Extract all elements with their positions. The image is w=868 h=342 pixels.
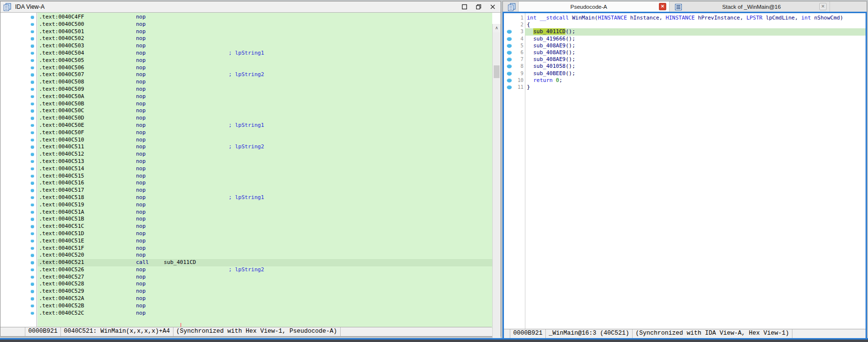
asm-mnemonic: nop <box>136 57 164 64</box>
instruction-dot-icon <box>0 238 37 245</box>
pseudocode-icon <box>508 3 516 11</box>
asm-comment: ; lpString1 <box>229 50 264 56</box>
instruction-dot-icon <box>0 64 37 72</box>
asm-row[interactable]: .text:0040C501nop <box>38 28 492 36</box>
code-token-pc: , <box>659 15 666 21</box>
asm-row[interactable]: .text:0040C521callsub_4011CD <box>38 259 492 266</box>
line-number: 3 <box>515 28 525 35</box>
asm-address: .text:0040C52A <box>39 295 136 302</box>
asm-row[interactable]: .text:0040C520nop <box>38 252 492 259</box>
asm-row[interactable]: .text:0040C52Anop <box>38 295 492 302</box>
asm-row[interactable]: .text:0040C515nop <box>38 173 492 180</box>
restore-button[interactable] <box>476 4 482 10</box>
code-line[interactable]: 7 sub_408AE9(); <box>504 56 866 63</box>
ida-view-titlebar: IDA View-A <box>0 1 501 13</box>
asm-row[interactable]: .text:0040C50Cnop <box>38 107 492 115</box>
close-button[interactable] <box>490 4 496 10</box>
pseudocode-listing[interactable]: 1int __stdcall WinMain(HINSTANCE hInstan… <box>504 13 866 91</box>
maximize-button[interactable] <box>462 4 467 10</box>
asm-mnemonic: nop <box>136 71 164 79</box>
code-line[interactable]: 5 sub_408AE9(); <box>504 42 866 49</box>
code-gutter: 9 <box>504 70 525 77</box>
code-line[interactable]: 4 sub_419666(); <box>504 36 866 42</box>
asm-row[interactable]: .text:0040C50Enop; lpString1 <box>38 122 492 129</box>
code-token-pc <box>527 42 533 49</box>
asm-row[interactable]: .text:0040C51Bnop <box>38 216 492 223</box>
asm-row[interactable]: .text:0040C507nop; lpString2 <box>38 71 492 79</box>
asm-row[interactable]: .text:0040C527nop <box>38 274 492 281</box>
asm-row[interactable]: .text:0040C516nop <box>38 180 492 187</box>
code-text: return 0; <box>525 77 866 84</box>
code-line[interactable]: 2{ <box>504 21 866 28</box>
status-cell: 0000B921 <box>25 327 61 336</box>
asm-row[interactable]: .text:0040C519nop <box>38 201 492 209</box>
asm-mnemonic: nop <box>136 122 164 129</box>
asm-row[interactable]: .text:0040C502nop <box>38 35 492 42</box>
asm-mnemonic: nop <box>136 35 164 42</box>
asm-row[interactable]: .text:0040C50Anop <box>38 93 492 101</box>
asm-address: .text:0040C51A <box>39 209 136 216</box>
instruction-dot-icon <box>0 107 37 115</box>
code-gutter: 1 <box>504 15 525 21</box>
asm-mnemonic: nop <box>136 79 164 86</box>
code-token-id: hPrevInstance <box>698 15 740 21</box>
code-line[interactable]: 9 sub_40BEE0(); <box>504 70 866 77</box>
asm-row[interactable]: .text:0040C506nop <box>38 64 492 72</box>
asm-row[interactable]: .text:0040C510nop <box>38 137 492 144</box>
disassembly-listing[interactable]: .text:0040C4FFnop.text:0040C500nop.text:… <box>38 13 492 328</box>
asm-row[interactable]: .text:0040C52Cnop <box>38 310 492 317</box>
code-token-pc: (); <box>565 42 575 49</box>
asm-row[interactable]: .text:0040C51Dnop <box>38 230 492 238</box>
asm-row[interactable]: .text:0040C503nop <box>38 42 492 50</box>
disassembly-view: .text:0040C4FFnop.text:0040C500nop.text:… <box>0 13 501 328</box>
code-line[interactable]: 1int __stdcall WinMain(HINSTANCE hInstan… <box>504 15 866 21</box>
instruction-dot-icon <box>0 35 37 42</box>
asm-row[interactable]: .text:0040C50Bnop <box>38 101 492 108</box>
asm-address: .text:0040C51B <box>39 216 136 223</box>
code-line[interactable]: 10 return 0; <box>504 77 866 84</box>
code-line[interactable]: 3 sub_4011CD(); <box>504 28 866 35</box>
asm-row[interactable]: .text:0040C51Cnop <box>38 223 492 230</box>
ida-view-icon <box>3 3 12 11</box>
scroll-up-arrow[interactable]: ∧ <box>493 24 501 32</box>
asm-address: .text:0040C52B <box>39 302 136 310</box>
asm-row[interactable]: .text:0040C50Dnop <box>38 115 492 122</box>
status-cell: (Synchronized with Hex View-1, Pseudocod… <box>174 327 341 336</box>
asm-row[interactable]: .text:0040C529nop <box>38 288 492 295</box>
asm-row[interactable]: .text:0040C528nop <box>38 281 492 288</box>
asm-row[interactable]: .text:0040C500nop <box>38 21 492 28</box>
asm-row[interactable]: .text:0040C505nop <box>38 57 492 64</box>
asm-row[interactable]: .text:0040C526nop; lpString2 <box>38 266 492 274</box>
vertical-scrollbar[interactable]: ∧ ∨ <box>492 24 501 342</box>
asm-row[interactable]: .text:0040C51Fnop <box>38 245 492 252</box>
asm-row[interactable]: .text:0040C518nop; lpString1 <box>38 194 492 201</box>
tab-close-icon[interactable]: ✕ <box>819 3 827 10</box>
asm-row[interactable]: .text:0040C514nop <box>38 165 492 173</box>
asm-row[interactable]: .text:0040C52Bnop <box>38 302 492 310</box>
asm-row[interactable]: .text:0040C511nop; lpString2 <box>38 143 492 151</box>
asm-row[interactable]: .text:0040C513nop <box>38 158 492 165</box>
asm-row[interactable]: .text:0040C512nop <box>38 151 492 158</box>
code-token-pc <box>527 77 533 83</box>
code-line[interactable]: 8 sub_401058(); <box>504 63 866 70</box>
asm-row[interactable]: .text:0040C51Anop <box>38 209 492 216</box>
asm-row[interactable]: .text:0040C504nop; lpString1 <box>38 50 492 57</box>
asm-row[interactable]: .text:0040C4FFnop <box>38 14 492 21</box>
tab-stack-of-winmain[interactable]: Stack of _WinMain@16 ✕ <box>684 1 830 12</box>
code-token-id: hInstance <box>630 15 659 21</box>
asm-mnemonic: nop <box>136 209 164 216</box>
tab-pseudocode-a[interactable]: Pseudocode-A ✕ <box>518 1 670 12</box>
ida-window: IDA View-A .text:0040C4FFnop.text:0040C5… <box>0 0 868 342</box>
asm-row[interactable]: .text:0040C508nop <box>38 79 492 86</box>
asm-row[interactable]: .text:0040C517nop <box>38 187 492 194</box>
asm-row[interactable]: .text:0040C51Enop <box>38 238 492 245</box>
asm-address: .text:0040C511 <box>39 143 136 151</box>
tab-close-icon[interactable]: ✕ <box>659 3 666 10</box>
asm-mnemonic: nop <box>136 230 164 238</box>
code-line[interactable]: 11} <box>504 84 866 91</box>
scroll-thumb[interactable] <box>494 65 500 78</box>
asm-row[interactable]: .text:0040C50Fnop <box>38 129 492 137</box>
instruction-dot-icon <box>0 288 37 295</box>
code-line[interactable]: 6 sub_408AE9(); <box>504 49 866 56</box>
asm-row[interactable]: .text:0040C509nop <box>38 86 492 93</box>
